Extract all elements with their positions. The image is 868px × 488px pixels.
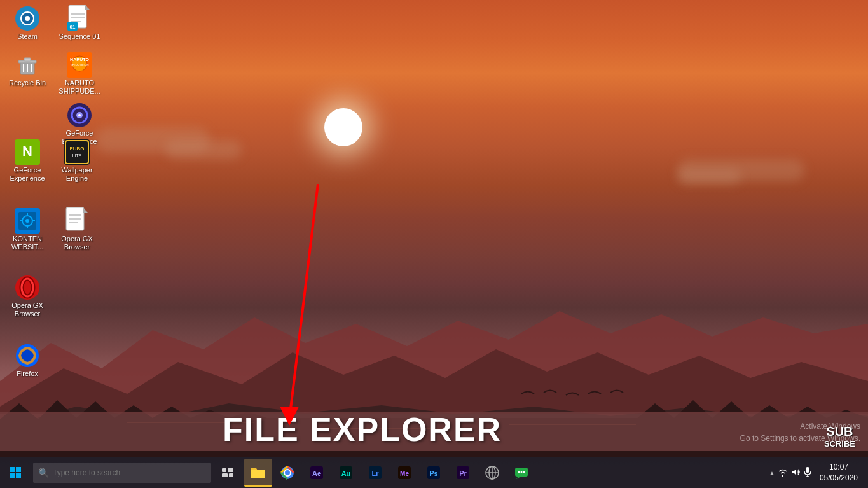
sun	[324, 108, 362, 146]
scribe-text: SCRIBE	[824, 439, 855, 449]
steam-icon	[15, 6, 40, 31]
svg-text:Ae: Ae	[312, 470, 321, 477]
svg-marker-93	[792, 469, 796, 475]
svg-rect-62	[16, 467, 21, 472]
svg-point-34	[78, 114, 81, 116]
desktop-icon-steam[interactable]: Steam	[3, 3, 52, 43]
icon-row-6: Firefox	[3, 340, 52, 380]
desktop-icon-firefox[interactable]: Firefox	[3, 340, 52, 380]
cloud-2	[165, 140, 242, 159]
svg-rect-68	[229, 473, 233, 477]
svg-rect-67	[222, 473, 228, 477]
desktop-icon-geforce[interactable]: N GeForce Experience	[3, 137, 52, 185]
chat-icon	[514, 466, 528, 480]
desktop-icons: Steam 01 Sequence 01	[3, 3, 106, 148]
start-button[interactable]	[0, 457, 31, 488]
desktop-icon-wallpaper-engine[interactable]: KONTEN WEBSIT...	[3, 206, 52, 254]
svg-text:PUBG: PUBG	[69, 146, 84, 151]
desktop-icon-pubg[interactable]: PUBG LITE Wallpaper Engine	[53, 137, 101, 185]
taskbar-search-box[interactable]: 🔍	[33, 463, 211, 483]
svg-text:N: N	[22, 143, 32, 159]
microphone-icon-svg	[803, 467, 812, 477]
svg-rect-63	[10, 473, 15, 478]
geforce-icon: N	[15, 139, 40, 165]
wallpaper-engine-icon	[15, 208, 40, 234]
svg-text:Ps: Ps	[429, 470, 437, 477]
desktop-icon-opera[interactable]: Opera GX Browser	[3, 272, 52, 321]
taskbar-chrome[interactable]	[273, 459, 301, 487]
svg-rect-37	[64, 139, 90, 165]
pubg-icon: PUBG LITE	[64, 139, 90, 165]
svg-point-91	[521, 471, 523, 473]
svg-marker-89	[516, 477, 521, 479]
sub-text: SUB	[824, 424, 855, 439]
svg-text:Lr: Lr	[372, 470, 380, 477]
desktop-icon-konten[interactable]: Opera GX Browser	[53, 206, 101, 254]
steam-label: Steam	[17, 32, 38, 41]
icon-row-5: Opera GX Browser	[3, 272, 52, 321]
taskbar-chat[interactable]	[507, 459, 535, 487]
taskbar-premiere[interactable]: Pr	[449, 459, 477, 487]
ps-icon: Ps	[427, 466, 441, 480]
file-explorer-label: FILE EXPLORER	[223, 410, 502, 449]
chat-taskbar-icon	[513, 464, 530, 481]
desktop-icon-recycle[interactable]: Recycle Bin	[3, 50, 52, 98]
taskbar-media-encoder[interactable]: Me	[390, 459, 418, 487]
chrome-taskbar-icon	[279, 464, 296, 481]
taskbar: 🔍	[0, 457, 868, 488]
svg-text:Pr: Pr	[459, 470, 467, 477]
sequence-icon: 01	[67, 5, 92, 32]
taskbar-lightroom[interactable]: Lr	[361, 459, 389, 487]
chrome-icon	[280, 466, 294, 480]
task-view-button[interactable]	[214, 459, 242, 487]
svg-rect-10	[0, 451, 868, 457]
lightroom-taskbar-icon: Lr	[367, 464, 383, 481]
lr-icon: Lr	[368, 466, 382, 480]
sequence-label: Sequence 01	[59, 32, 100, 41]
svg-point-92	[523, 471, 525, 473]
svg-text:SHIPPUDEN: SHIPPUDEN	[70, 63, 89, 67]
svg-rect-61	[10, 467, 15, 472]
browser2-taskbar-icon	[484, 464, 500, 481]
tray-expand-icon[interactable]: ▲	[769, 470, 775, 477]
pubg-label: Wallpaper Engine	[55, 166, 99, 183]
photoshop-taskbar-icon: Ps	[425, 464, 442, 481]
konten-icon	[65, 207, 89, 234]
tray-volume-icon[interactable]	[790, 468, 801, 478]
after-effects-taskbar-icon: Ae	[308, 464, 325, 481]
cloud-4	[677, 169, 741, 185]
firefox-icon	[15, 343, 40, 368]
wallpaper-engine-label: KONTEN WEBSIT...	[6, 235, 49, 251]
svg-rect-64	[16, 473, 21, 478]
svg-point-71	[285, 470, 290, 475]
tray-time: 10:07	[829, 462, 848, 473]
icon-row-4: KONTEN WEBSIT... Opera GX Browser	[3, 206, 101, 254]
taskbar-photoshop[interactable]: Ps	[420, 459, 448, 487]
tray-date: 05/05/2020	[820, 473, 858, 484]
desktop-icon-sequence[interactable]: 01 Sequence 01	[55, 3, 104, 43]
taskbar-file-explorer[interactable]	[244, 459, 272, 487]
opera-label: Opera GX Browser	[6, 302, 49, 318]
tray-network-icon[interactable]	[778, 468, 788, 478]
ae-icon: Ae	[310, 466, 324, 480]
search-icon: 🔍	[38, 468, 49, 478]
svg-rect-66	[228, 468, 233, 472]
svg-text:Me: Me	[400, 470, 409, 477]
konten-label: Opera GX Browser	[55, 235, 99, 251]
tray-mic-icon[interactable]	[803, 467, 812, 479]
svg-point-13	[25, 16, 30, 21]
volume-icon-svg	[790, 468, 801, 477]
taskbar-audition[interactable]: Au	[332, 459, 360, 487]
taskbar-after-effects[interactable]: Ae	[303, 459, 331, 487]
firefox-label: Firefox	[17, 370, 38, 378]
tray-clock[interactable]: 10:07 05/05/2020	[815, 462, 863, 484]
folder-icon	[251, 465, 266, 479]
file-explorer-taskbar-icon	[250, 464, 266, 480]
search-input[interactable]	[53, 468, 206, 477]
desktop-icon-naruto[interactable]: NARUTO SHIPPUDEN NARUTO SHIPPUDE...	[55, 50, 104, 98]
svg-marker-50	[83, 207, 88, 213]
taskbar-browser2[interactable]	[478, 459, 506, 487]
svg-text:NARUTO: NARUTO	[70, 57, 89, 62]
windows-logo-icon	[10, 467, 21, 478]
svg-marker-15	[85, 5, 90, 10]
